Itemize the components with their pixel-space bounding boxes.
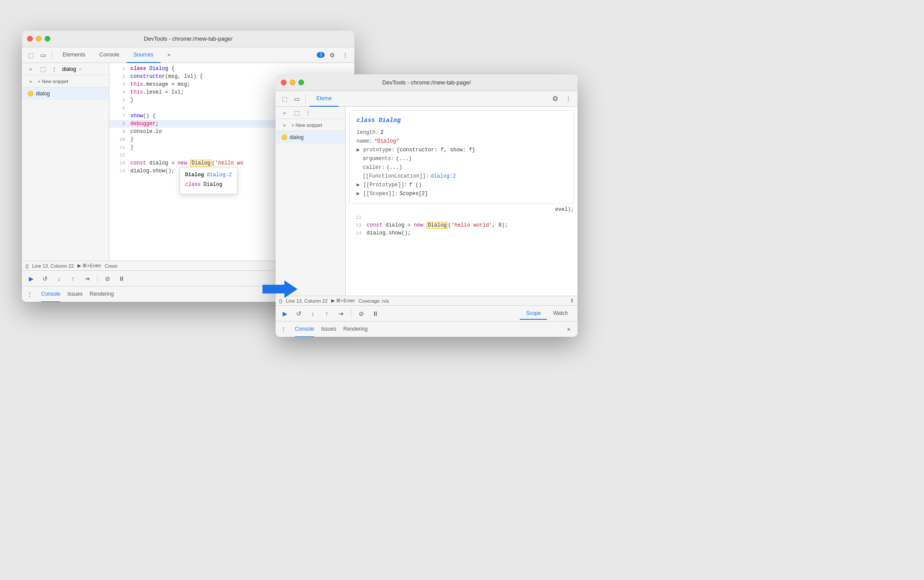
run-front: ▶ ⌘+Enter (331, 298, 355, 304)
tooltip-italic: class (185, 181, 201, 189)
sidebar-item-dialog-back[interactable]: 🟡 dialog (22, 87, 109, 100)
debug-separator1-front (351, 309, 351, 318)
sidebar-item-dialog-front[interactable]: 🟡 dialog (276, 131, 345, 143)
new-snippet-btn-back[interactable]: + New snippet (38, 79, 68, 84)
run-back: ▶ ⌘+Enter (77, 263, 102, 269)
sidebar-back-expand-icon[interactable]: » (25, 76, 36, 87)
braces-icon-back: {} (25, 263, 28, 269)
file-icon-front: 🟡 (281, 134, 287, 140)
bottom-tabs-front: ⋮ Console Issues Rendering × (276, 321, 578, 337)
devtools-window-front: DevTools - chrome://new-tab-page/ ⬚ ▭ El… (276, 74, 578, 337)
device-icon[interactable]: ▭ (38, 50, 48, 60)
prop-arguments: arguments: (...) (357, 154, 567, 163)
debug-toolbar-front: ▶ ↺ ↓ ↑ ⇥ ⊘ ⏸ Scope Watch (276, 305, 578, 321)
bottom-tab-rendering-front[interactable]: Rendering (343, 321, 368, 337)
scope-tab-watch-front[interactable]: Watch (547, 307, 574, 320)
play-btn-front[interactable]: ▶ (279, 308, 290, 319)
file-close-icon-back[interactable]: × (79, 66, 81, 72)
coverage-front: Coverage: n/a (359, 298, 389, 304)
close-button-back[interactable] (27, 36, 33, 42)
step-into-btn-back[interactable]: ↓ (53, 273, 65, 284)
window-title-front: DevTools - chrome://new-tab-page/ (382, 79, 471, 86)
tab-elements-back[interactable]: Elements (56, 47, 92, 63)
back-expand-icon-front[interactable]: » (279, 120, 290, 130)
scope-tab-scope-front[interactable]: Scope (520, 307, 547, 320)
window-title-back: DevTools - chrome://new-tab-page/ (144, 35, 232, 42)
prop-scopes: ▶ [[Scopes]]: Scopes[2] (357, 189, 567, 198)
console-badge-back: 3 (317, 52, 325, 58)
tooltip-line2: class Dialog (185, 181, 232, 189)
svg-marker-0 (262, 280, 298, 298)
tab-sources-back[interactable]: Sources (126, 47, 161, 63)
settings-icon-back[interactable]: ⚙ (326, 49, 338, 61)
maximize-button-back[interactable] (45, 36, 50, 42)
tooltip-line1: Dialog dialog:2 (185, 171, 232, 179)
sidebar-more-icon-back[interactable]: ⋮ (50, 65, 59, 73)
position-back: Line 13, Column 22 (32, 263, 74, 269)
close-bottom-icon-front[interactable]: × (564, 324, 574, 335)
settings-icon-front[interactable]: ⚙ (550, 93, 561, 105)
expand-scopes-icon[interactable]: ▶ (357, 189, 360, 198)
tab-more-back[interactable]: » (161, 47, 178, 63)
sidebar-expand-icon-front[interactable]: » (279, 108, 290, 118)
deactivate-btn-front[interactable]: ⊘ (356, 308, 367, 319)
tab-elements-front[interactable]: Eleme (309, 91, 339, 107)
scroll-icon-front[interactable]: ⇕ (570, 298, 574, 304)
sidebar-file-icon-back[interactable]: ⬚ (38, 64, 48, 74)
minimize-button-front[interactable] (290, 80, 295, 85)
close-button-front[interactable] (281, 80, 287, 85)
bottom-more-icon-back[interactable]: ⋮ (25, 290, 34, 299)
maximize-button-front[interactable] (298, 80, 304, 85)
prop-name: name: "Dialog" (357, 137, 567, 146)
code-line-1: 1 class Dialog { (109, 65, 354, 73)
step-btn-back[interactable]: ⇥ (81, 273, 93, 284)
bottom-tab-console-front[interactable]: Console (295, 321, 314, 337)
step-over-btn-front[interactable]: ↺ (293, 308, 304, 319)
tooltip-popup-back: Dialog dialog:2 class Dialog (179, 167, 238, 194)
titlebar-front: DevTools - chrome://new-tab-page/ (276, 74, 578, 91)
sidebar-file-icon-front[interactable]: ⬚ (291, 108, 302, 118)
bottom-tab-issues-front[interactable]: Issues (321, 321, 336, 337)
more-options-icon-back[interactable]: ⋮ (340, 49, 351, 61)
pause-btn-back[interactable]: ⏸ (116, 273, 127, 284)
minimize-button-back[interactable] (36, 36, 42, 42)
prop-caller: caller: (...) (357, 163, 567, 172)
device-icon-front[interactable]: ▭ (291, 94, 302, 104)
main-content-front: class Dialog length: 2 name: "Dialog" ▶ … (346, 107, 578, 296)
step-out-btn-back[interactable]: ↑ (67, 273, 79, 284)
step-btn-front[interactable]: ⇥ (335, 308, 346, 319)
expand-prototype2-icon[interactable]: ▶ (357, 181, 360, 189)
bottom-tab-console-back[interactable]: Console (41, 287, 60, 302)
coverage-back: Cover (105, 263, 118, 269)
tab-console-back[interactable]: Console (92, 47, 126, 63)
bottom-tab-rendering-back[interactable]: Rendering (90, 287, 114, 302)
inspect-icon[interactable]: ⬚ (25, 50, 36, 60)
code-editor-front: evel); 12 13 const dialog = new Dialog('… (346, 204, 578, 296)
bottom-more-icon-front[interactable]: ⋮ (279, 325, 288, 334)
front-code-line-12: 12 (346, 213, 578, 221)
sidebar-more-icon-front[interactable]: ⋮ (304, 108, 312, 117)
function-location-link[interactable]: dialog:2 (430, 172, 456, 181)
step-into-btn-front[interactable]: ↓ (307, 308, 318, 319)
pause-btn-front[interactable]: ⏸ (370, 308, 381, 319)
tab-bar-back: Elements Console Sources » (56, 47, 178, 63)
deactivate-btn-back[interactable]: ⊘ (102, 273, 113, 284)
scope-tabs-front: Scope Watch (520, 307, 574, 320)
more-options-icon-front[interactable]: ⋮ (563, 93, 574, 105)
main-toolbar-front: ⬚ ▭ Eleme ⚙ ⋮ (276, 91, 578, 107)
bottom-tab-issues-back[interactable]: Issues (67, 287, 83, 302)
inspect-icon-front[interactable]: ⬚ (279, 94, 290, 104)
traffic-lights-front (281, 80, 304, 85)
step-out-btn-front[interactable]: ↑ (321, 308, 332, 319)
status-bar-front: {} Line 13, Column 22 ▶ ⌘+Enter Coverage… (276, 296, 578, 305)
file-icon-back: 🟡 (27, 91, 33, 97)
expand-prototype-icon[interactable]: ▶ (357, 146, 360, 154)
tooltip-link1[interactable]: dialog:2 (206, 171, 232, 179)
step-over-btn-back[interactable]: ↺ (39, 273, 51, 284)
play-btn-back[interactable]: ▶ (25, 273, 37, 284)
sidebar-collapse-icon-back[interactable]: » (25, 64, 36, 74)
new-snippet-btn-front[interactable]: + New snippet (291, 122, 322, 128)
active-file-label-back: dialog (62, 66, 76, 72)
tooltip-class-name: Dialog (185, 171, 204, 179)
sidebar-front: » ⬚ ⋮ » + New snippet 🟡 dialog (276, 107, 346, 296)
